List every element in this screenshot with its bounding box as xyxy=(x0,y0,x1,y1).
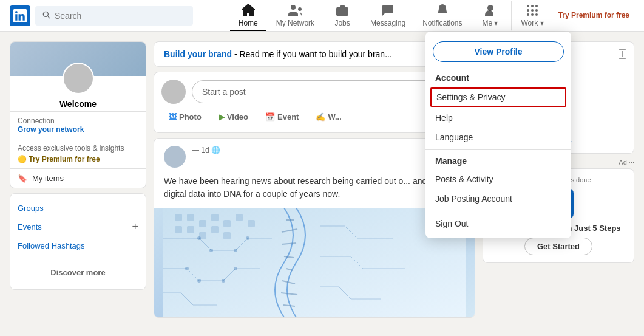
nav-items: Home My Network Jobs Messaging Notificat… xyxy=(230,1,634,31)
svg-point-0 xyxy=(291,5,296,10)
photo-label: Photo xyxy=(179,112,202,122)
nav-me-label: Me ▾ xyxy=(482,19,498,27)
connection-label: Connection xyxy=(18,117,138,125)
me-dropdown-menu: View Profile Account Settings & Privacy … xyxy=(425,32,571,238)
svg-point-10 xyxy=(527,13,529,16)
svg-rect-24 xyxy=(199,220,206,227)
svg-point-41 xyxy=(234,267,237,270)
svg-point-1 xyxy=(298,7,302,11)
job-posting-item[interactable]: Job Posting Account xyxy=(425,189,571,208)
profile-premium: Access exclusive tools & insights 🟡 Try … xyxy=(10,139,146,168)
svg-point-37 xyxy=(246,236,249,240)
video-icon: ▶ xyxy=(219,112,225,122)
nav-item-home[interactable]: Home xyxy=(230,1,266,31)
promo-link[interactable]: Build your brand xyxy=(164,49,232,59)
nav-work-label: Work ▾ xyxy=(521,19,544,27)
sidebar-item-hashtags[interactable]: Followed Hashtags xyxy=(10,236,146,255)
sidebar-nav: Groups Events + Followed Hashtags Discov… xyxy=(10,193,146,290)
svg-point-35 xyxy=(209,249,213,252)
view-profile-button[interactable]: View Profile xyxy=(433,41,564,62)
account-section-header: Account xyxy=(425,69,571,86)
svg-rect-32 xyxy=(236,214,243,221)
nav-home-label: Home xyxy=(239,19,258,27)
profile-name: Welcome xyxy=(10,99,146,111)
dropdown-divider-1 xyxy=(425,149,571,150)
navbar: Home My Network Jobs Messaging Notificat… xyxy=(0,0,644,32)
post-avatar xyxy=(161,80,186,104)
nav-item-notifications[interactable]: Notifications xyxy=(415,1,469,31)
try-premium-link[interactable]: 🟡 Try Premium for free xyxy=(18,155,138,163)
svg-rect-22 xyxy=(175,214,182,221)
post-photo-button[interactable]: 🖼 Photo xyxy=(161,109,209,125)
linkedin-logo[interactable] xyxy=(10,5,30,26)
language-item[interactable]: Language xyxy=(425,128,571,147)
write-label: W... xyxy=(328,112,341,122)
dropdown-divider-2 xyxy=(425,211,571,211)
svg-point-34 xyxy=(197,236,201,240)
post-event-button[interactable]: 📅 Event xyxy=(258,109,306,125)
svg-rect-23 xyxy=(187,214,194,221)
nav-item-network[interactable]: My Network xyxy=(269,1,322,31)
sidebar-item-groups[interactable]: Groups xyxy=(10,199,146,218)
get-started-button[interactable]: Get Started xyxy=(524,238,592,255)
svg-point-11 xyxy=(531,13,534,16)
profile-avatar-wrap xyxy=(10,63,146,94)
sign-out-item[interactable]: Sign Out xyxy=(425,214,571,233)
add-icon[interactable]: + xyxy=(132,221,138,233)
feed-post-avatar xyxy=(164,146,186,168)
svg-rect-31 xyxy=(223,232,231,239)
profile-card: Welcome Connection Grow your network Acc… xyxy=(10,41,146,188)
help-item[interactable]: Help xyxy=(425,108,571,128)
svg-point-36 xyxy=(234,249,237,252)
discover-more[interactable]: Discover more xyxy=(10,261,146,284)
svg-point-7 xyxy=(527,9,529,12)
bookmark-icon: 🔖 xyxy=(18,174,27,183)
search-icon xyxy=(41,10,51,22)
nav-item-me[interactable]: Me ▾ xyxy=(472,1,509,31)
profile-connection: Connection Grow your network xyxy=(10,111,146,139)
svg-rect-30 xyxy=(211,226,219,233)
nav-notifications-label: Notifications xyxy=(422,19,462,27)
posts-activity-item[interactable]: Posts & Activity xyxy=(425,170,571,189)
svg-rect-2 xyxy=(336,7,348,16)
my-items[interactable]: 🔖 My items xyxy=(10,168,146,188)
svg-point-3 xyxy=(487,5,493,11)
info-icon: i xyxy=(619,49,626,59)
svg-point-38 xyxy=(185,267,189,270)
nav-premium-link[interactable]: Try Premium for free xyxy=(554,9,634,23)
search-input[interactable] xyxy=(55,11,187,21)
ad-label-text: Ad ··· xyxy=(619,159,634,166)
svg-point-39 xyxy=(197,279,201,283)
svg-point-4 xyxy=(527,5,529,7)
post-time: — xyxy=(192,146,201,154)
view-profile-section: View Profile xyxy=(433,41,564,62)
settings-privacy-item[interactable]: Settings & Privacy xyxy=(430,87,566,107)
svg-rect-13 xyxy=(163,208,466,317)
my-items-label: My items xyxy=(32,174,64,183)
nav-item-work[interactable]: Work ▾ xyxy=(511,1,551,31)
svg-point-40 xyxy=(222,279,225,283)
nav-item-messaging[interactable]: Messaging xyxy=(363,1,413,31)
promo-suffix: - Read me if you want to build your bran… xyxy=(232,49,392,59)
event-icon: 📅 xyxy=(265,112,275,122)
sidebar-divider xyxy=(10,258,146,258)
manage-section-header: Manage xyxy=(425,153,571,170)
post-actions: 🖼 Photo ▶ Video 📅 Event ✍ W... xyxy=(161,109,467,125)
avatar xyxy=(63,63,94,94)
svg-rect-33 xyxy=(248,220,255,227)
search-bar[interactable] xyxy=(35,6,193,26)
sidebar-item-events[interactable]: Events xyxy=(18,218,49,236)
post-write-button[interactable]: ✍ W... xyxy=(308,109,348,125)
svg-point-9 xyxy=(535,9,538,12)
svg-point-5 xyxy=(531,5,534,7)
video-label: Video xyxy=(227,112,248,122)
post-video-button[interactable]: ▶ Video xyxy=(211,109,256,125)
svg-point-8 xyxy=(531,9,534,12)
svg-rect-26 xyxy=(187,226,194,233)
nav-item-jobs[interactable]: Jobs xyxy=(324,1,361,31)
feed-post-meta: — 1d 🌐 xyxy=(192,146,220,154)
photo-icon: 🖼 xyxy=(169,112,177,122)
grow-network-link[interactable]: Grow your network xyxy=(18,125,138,134)
linkedin-logo-icon xyxy=(13,9,27,22)
event-label: Event xyxy=(277,112,299,122)
